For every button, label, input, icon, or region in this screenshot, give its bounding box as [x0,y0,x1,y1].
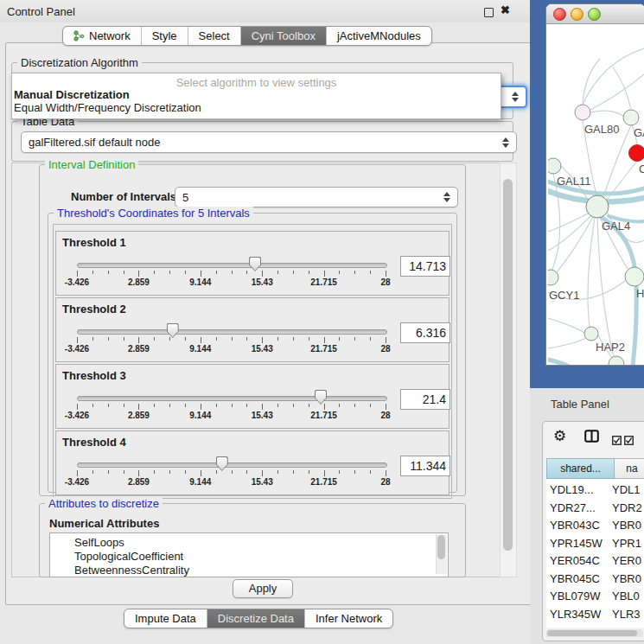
network-edge[interactable] [557,217,593,272]
slider-track[interactable] [77,462,387,468]
vertical-scrollbar[interactable] [500,163,517,577]
threshold-value-field[interactable]: 14.713 [400,256,450,277]
cell-shared-name: YER054C [550,552,600,570]
slider-track[interactable] [77,329,387,335]
slider-track[interactable] [77,263,387,268]
threshold-value-field[interactable]: 11.344 [400,456,450,476]
bottom-tab-impute-data[interactable]: Impute Data [124,609,207,628]
threshold-slider[interactable]: -3.4262.8599.14415.4321.71528 [77,431,386,494]
table-hscroll-thumb[interactable] [547,630,637,636]
algorithm-option-manual-discretization[interactable]: Manual Discretization [14,88,130,101]
column-header-shared-name[interactable]: shared... [546,458,615,479]
tick-label: 9.144 [189,477,211,487]
algorithm-option-equal-width-frequency-discretization[interactable]: Equal Width/Frequency Discretization [14,101,201,114]
network-edge[interactable] [548,215,591,251]
tab-cyni-toolbox[interactable]: Cyni Toolbox [240,27,326,45]
tick-label: 9.144 [189,277,211,287]
tick-mark [324,470,325,476]
bottom-tab-infer-network[interactable]: Infer Network [304,609,392,628]
close-light[interactable] [553,8,566,21]
attribute-item[interactable]: BetweennessCentrality [74,564,189,577]
scrollbar-thumb[interactable] [503,179,513,551]
checkbox-checked-icon[interactable] [612,433,622,449]
threshold-slider[interactable]: -3.4262.8599.14415.4321.71528 [77,365,386,428]
num-intervals-combobox[interactable]: 5 [175,187,458,207]
tab-jactivemnodules-label: jActiveMNodules [337,28,421,44]
slider-thumb-icon[interactable] [315,390,327,405]
minimize-light[interactable] [571,8,583,21]
apply-button[interactable]: Apply [233,579,293,598]
tick-mark [92,337,93,341]
tab-style[interactable]: Style [141,27,188,45]
network-edge[interactable] [583,59,600,105]
attribute-item[interactable]: TopologicalCoefficient [74,550,183,563]
zoom-light[interactable] [588,8,601,21]
cell-shared-name: YDL19... [550,481,594,499]
list-scrollbar[interactable] [436,534,447,574]
tick-label: -3.426 [65,277,89,287]
network-node[interactable] [584,327,598,341]
network-node[interactable] [575,105,590,120]
table-row[interactable]: YDL19...YDL1 [546,481,644,499]
network-edge-highlighted[interactable] [548,360,593,365]
table-row[interactable]: YBL079WYBL0 [546,588,644,605]
bottom-tab-discretize-data[interactable]: Discretize Data [207,609,304,628]
split-columns-icon[interactable] [584,430,599,446]
tick-label: 15.43 [252,411,273,420]
slider-tick-labels: -3.4262.8599.14415.4321.71528 [77,344,386,354]
threshold-slider[interactable]: -3.4262.8599.14415.4321.71528 [77,232,386,295]
network-canvas[interactable]: GAL80GACGAL11GAL4GCY1HHAP2 [548,24,644,365]
tab-select[interactable]: Select [188,27,240,45]
gear-icon[interactable]: ⚙ [553,429,566,444]
table-row[interactable]: YBR043CYBR0 [546,517,644,534]
threshold-slider[interactable]: -3.4262.8599.14415.4321.71528 [77,298,386,361]
network-edge[interactable] [588,218,595,327]
network-node[interactable] [548,158,561,174]
network-node[interactable] [629,145,644,162]
threshold-value-field[interactable]: 6.316 [400,322,450,343]
table-row[interactable]: YLR345WYLR3 [546,606,644,623]
table-row[interactable]: YIL052CYIL0 [546,623,644,628]
network-edge[interactable] [597,218,614,357]
panel-titlebar: Control Panel ✖ [0,0,531,22]
network-edge[interactable] [548,338,586,348]
network-edge[interactable] [590,111,623,116]
tab-jactivemnodules[interactable]: jActiveMNodules [326,27,431,45]
close-icon[interactable]: ✖ [501,3,510,16]
list-scrollbar-thumb[interactable] [437,535,445,559]
tick-label: 9.144 [189,344,211,354]
network-node[interactable] [623,110,639,125]
slider-thumb-icon[interactable] [216,456,228,471]
tick-mark [277,404,278,407]
table-horizontal-scrollbar[interactable] [546,629,643,637]
table-row[interactable]: YBR045CYBR0 [546,571,644,588]
network-window-titlebar[interactable] [546,4,644,24]
network-edge[interactable] [552,174,560,270]
network-node[interactable] [625,267,644,286]
network-node[interactable] [609,356,624,365]
node-label: GAL80 [584,123,619,136]
slider-tick-labels: -3.4262.8599.14415.4321.71528 [77,411,386,421]
slider-thumb-icon[interactable] [167,323,179,338]
numerical-attributes-list[interactable]: SelfLoopsTopologicalCoefficientBetweenne… [49,532,449,577]
undock-icon[interactable] [484,8,494,17]
network-graph[interactable]: GAL80GACGAL11GAL4GCY1HHAP2 [548,24,644,365]
checkbox-checked-icon[interactable] [624,433,634,449]
slider-thumb-icon[interactable] [249,257,261,271]
column-header-name[interactable]: na [615,458,644,479]
attribute-item[interactable]: SelfLoops [74,536,124,549]
threshold-value-field[interactable]: 21.4 [400,389,450,410]
network-node[interactable] [586,195,609,218]
network-edge[interactable] [548,213,590,232]
table-row[interactable]: YER054CYER0 [546,552,644,570]
table-row[interactable]: YPR145WYPR1 [546,535,644,552]
network-edge[interactable] [613,67,631,110]
slider-track[interactable] [77,396,387,401]
tick-mark [138,404,139,410]
tab-network[interactable]: Network [63,27,141,45]
network-view-window[interactable]: GAL80GACGAL11GAL4GCY1HHAP2 [545,3,644,366]
table-data-combobox[interactable]: galFiltered.sif default node [21,131,517,153]
network-edge[interactable] [548,318,584,333]
tick-mark [262,337,263,343]
table-row[interactable]: YDR27...YDR2 [546,500,644,517]
